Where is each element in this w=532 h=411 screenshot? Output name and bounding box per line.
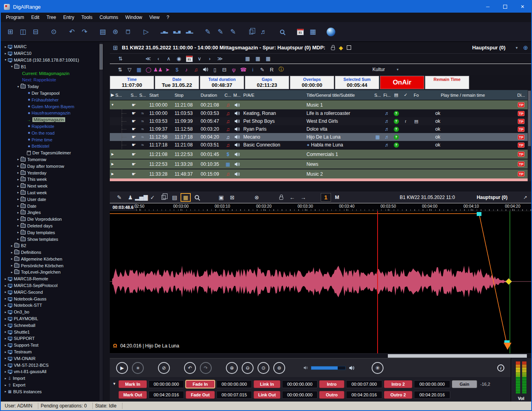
artists-icon[interactable]: ♟♟: [153, 65, 163, 74]
insert-block-icon[interactable]: ▦: [243, 54, 253, 63]
maximize-button[interactable]: [496, 1, 514, 13]
tree-item[interactable]: ▸Date: [1, 203, 99, 209]
tree-item[interactable]: ▾B1: [1, 63, 99, 70]
tree-item[interactable]: Hausfrauenmagazin: [1, 110, 99, 116]
tree-expander-icon[interactable]: ▸: [16, 164, 21, 168]
playlist-item-row[interactable]: ☛≈11:17:1811:21:0800:03:51♫Basic Connect…: [110, 141, 528, 149]
tree-expander-icon[interactable]: ▸: [9, 264, 14, 267]
tree-item[interactable]: Bettkistel: [1, 143, 99, 150]
tree-expander-icon[interactable]: ▸: [3, 277, 8, 281]
fields-expander-icon[interactable]: ▼: [113, 382, 116, 386]
header-s5[interactable]: Fo: [411, 93, 422, 98]
tree-item[interactable]: ▸MARC-Second: [1, 289, 99, 295]
menu-item-tree[interactable]: Tree: [43, 15, 60, 20]
zoom-in-button[interactable]: ⊕: [226, 362, 238, 374]
goto-end-icon[interactable]: ≫: [215, 54, 225, 63]
crossfade-editor-icon[interactable]: ▦: [180, 193, 191, 202]
tree-item[interactable]: ▸MARC18-SeplProtocol: [1, 282, 99, 289]
web-icon[interactable]: ⊛: [109, 26, 122, 38]
tree-expander-icon[interactable]: ▸: [16, 218, 21, 221]
expand-icon[interactable]: ↗: [523, 195, 527, 200]
phone-icon[interactable]: ☎: [239, 65, 248, 74]
delete-icon[interactable]: [122, 26, 134, 38]
tree-item[interactable]: →Mittagsmagazin: [1, 116, 99, 123]
tree-expander-icon[interactable]: ▸: [16, 224, 21, 227]
menu-item-view[interactable]: View: [146, 15, 163, 20]
page-number[interactable]: 1: [321, 193, 331, 202]
filter-clear-icon[interactable]: ▽: [125, 65, 134, 74]
tree-expander-icon[interactable]: ▸: [3, 357, 8, 360]
outro-button[interactable]: Outro: [319, 391, 344, 399]
outro-2-button[interactable]: Outro 2: [384, 391, 412, 399]
edit-list-icon[interactable]: ✎: [214, 26, 227, 38]
header-di[interactable]: Di...: [515, 93, 528, 98]
info-circle-icon[interactable]: ⓘ: [276, 65, 286, 74]
grid-table-icon[interactable]: ▦: [306, 26, 319, 38]
menu-item-edit[interactable]: Edit: [28, 15, 43, 20]
row-height-icon[interactable]: ⇅: [115, 54, 126, 63]
tree-expander-icon[interactable]: ▸: [3, 52, 8, 55]
tree-item[interactable]: ▸Allgemeine Körbchen: [1, 256, 99, 263]
tree-expander-icon[interactable]: ▸: [3, 370, 8, 373]
play-preview-icon[interactable]: ▷: [140, 26, 152, 38]
tree-expander-icon[interactable]: ▸: [3, 350, 8, 354]
tree-expander-icon[interactable]: ▸: [3, 390, 8, 393]
tree-item[interactable]: Der Tagesmülleimer: [1, 150, 99, 156]
tree-item[interactable]: ▸⇩Import: [1, 375, 99, 382]
globe-sphere-icon[interactable]: [325, 26, 337, 38]
undo-icon[interactable]: ↶: [66, 26, 78, 38]
tree-expander-icon[interactable]: ▸: [3, 363, 8, 367]
tree-expander-icon[interactable]: ▸: [3, 310, 8, 314]
record-icon[interactable]: ◉: [174, 54, 184, 63]
fade-start-handle[interactable]: [477, 212, 481, 216]
header-s2[interactable]: Fi...: [382, 93, 392, 98]
copy-icon[interactable]: [158, 193, 169, 202]
header-m[interactable]: M...: [232, 93, 242, 98]
header-c[interactable]: C...: [224, 93, 232, 98]
edit-doc-icon[interactable]: ✎: [258, 65, 267, 74]
tree-expander-icon[interactable]: ▸: [3, 383, 8, 387]
zoom-selection-button[interactable]: ⊙: [258, 362, 269, 374]
tree-expander-icon[interactable]: ▸: [3, 304, 8, 307]
fade-out-value[interactable]: 00:00:07.015: [216, 391, 252, 399]
header-exp[interactable]: ▶: [110, 92, 115, 98]
calendar-day-icon[interactable]: ⊟: [220, 65, 229, 74]
music-red-icon[interactable]: ♫: [191, 65, 201, 74]
tree-expander-icon[interactable]: ▸: [3, 297, 8, 300]
tree-item[interactable]: ▸Yesterday: [1, 169, 99, 176]
marker-r-icon[interactable]: R: [267, 65, 276, 74]
menu-item-?[interactable]: ?: [163, 15, 173, 20]
tree-item[interactable]: Current: Mittagsmagazin: [1, 70, 99, 77]
playlist-item-row[interactable]: ☛≈11:00:0011:03:5300:03:53♫Keating, Rona…: [110, 109, 528, 117]
speaker-icon[interactable]: [201, 65, 210, 74]
outro-2-value[interactable]: 00:04:20.016: [414, 391, 450, 399]
menu-item-program[interactable]: Program: [2, 15, 28, 20]
mark-in-value[interactable]: 00:00:00.000: [149, 380, 184, 388]
tree-item[interactable]: ▸Shuttle1: [1, 328, 99, 335]
tree-item[interactable]: ▸Definitions: [1, 249, 99, 256]
link-in-value[interactable]: 00:00:00.000: [282, 380, 318, 388]
header-s1[interactable]: S...: [373, 93, 382, 98]
tree-item[interactable]: Rappelkiste: [1, 123, 99, 130]
history-back-icon[interactable]: ←: [287, 193, 298, 202]
tree-item[interactable]: ▸Day templates: [1, 229, 99, 236]
tree-item[interactable]: ▸On3_bo: [1, 309, 99, 315]
header-title[interactable]: Title/General title/Subtitle: [305, 93, 373, 98]
tree-expander-icon[interactable]: ▸: [16, 237, 21, 241]
calendar-31-icon[interactable]: 31: [294, 26, 306, 38]
levels-icon[interactable]: ▂▅▇: [136, 193, 147, 202]
tree-expander-icon[interactable]: ▸: [16, 204, 21, 208]
volume-slider[interactable]: [311, 366, 346, 370]
tree-item[interactable]: ▸vm-t-81-gaussAll: [1, 368, 99, 375]
tree-item[interactable]: ▸Day after tomorrow: [1, 163, 99, 169]
tree-item[interactable]: ▸User date: [1, 196, 99, 203]
tree-expander-icon[interactable]: ▸: [16, 184, 21, 188]
group-expander-icon[interactable]: ▶: [111, 152, 114, 156]
category-dropdown[interactable]: Kultur ▾: [332, 65, 439, 73]
menu-item-entry[interactable]: Entry: [60, 15, 78, 20]
tree-item[interactable]: ▸Schneeball: [1, 322, 99, 328]
header-wav[interactable]: S...: [138, 93, 147, 98]
tree-item[interactable]: ▸TopLevel-Jingelchen: [1, 269, 99, 276]
add-track-icon[interactable]: ⊕: [523, 44, 528, 51]
tree-item[interactable]: ▾MARC18 (192.168.178.87:10001): [1, 57, 99, 64]
